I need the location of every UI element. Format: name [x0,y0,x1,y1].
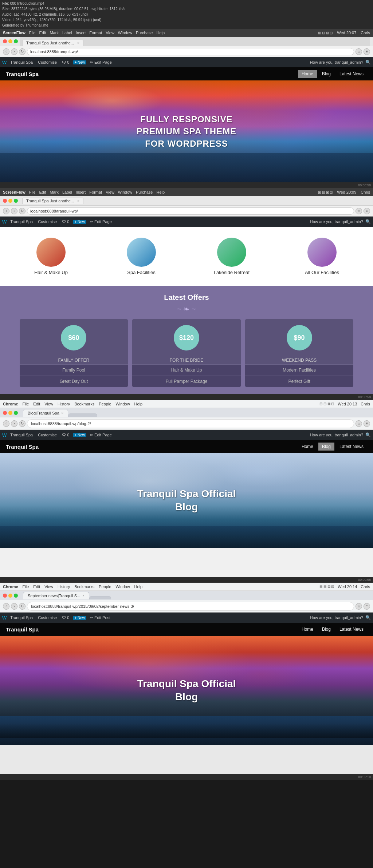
chrome-close-1[interactable] [3,411,7,415]
url-bar-2[interactable]: localhost:8888/tranquil-wp/ [27,207,354,215]
chrome-tab-inactive-1[interactable] [68,413,97,417]
close-btn-2[interactable] [3,199,7,203]
wp-new-2[interactable]: + New [73,220,86,224]
active-tab-1[interactable]: Tranquil Spa Just anothe... × [22,40,83,46]
wp-site-3[interactable]: Tranquil Spa [9,433,34,437]
offer-card-2[interactable]: $120 FOR THE BRIDE Hair & Make Up Full P… [132,319,241,387]
facility-item-1[interactable]: Hair & Make Up [11,238,91,275]
max-btn-2[interactable] [14,199,18,203]
wp-site-name-1[interactable]: Tranquil Spa [9,60,34,64]
chrome-url-1[interactable]: localhost:8888/tranquil-wp/blog-2/ [27,419,354,428]
chrome-window-2[interactable]: Window [115,584,130,589]
close-button-1[interactable] [3,39,7,43]
back-btn-2[interactable]: ‹ [3,208,9,214]
sf2-help[interactable]: Help [156,190,165,194]
chrome-url-2[interactable]: localhost:8888/tranquil-wp/2015/09/02/se… [27,602,354,611]
sf-menu-format[interactable]: Format [89,31,102,35]
sf-menu-window[interactable]: Window [118,31,132,35]
chrome-tab-close-2[interactable]: × [82,594,84,598]
wp-cust-2[interactable]: Customise [36,219,58,224]
sf2-format[interactable]: Format [89,190,102,194]
offer-card-3[interactable]: $90 WEEKEND PASS Modern Facilities Perfe… [245,319,354,387]
chrome-tab-close-1[interactable]: × [62,411,63,415]
sf-menu-mark[interactable]: Mark [50,31,58,35]
chrome-tab-active-2[interactable]: September news|Tranquil S... × [23,592,89,599]
chrome-tl-1[interactable] [3,411,18,415]
chrome-window-1[interactable]: Window [115,402,130,406]
chrome-help-1[interactable]: Help [134,402,143,406]
chrome-menu-btn-1[interactable]: ≡ [364,420,370,427]
chrome-bk-2[interactable]: ☆ [356,603,362,610]
chrome-people-1[interactable]: People [99,402,111,406]
chrome-max-2[interactable] [14,594,18,598]
wp-search-icon-2[interactable]: 🔍 [365,219,371,224]
tab-close-1[interactable]: × [77,41,79,45]
traffic-lights-2[interactable] [3,199,18,203]
chrome-max-1[interactable] [14,411,18,415]
chrome-edit-2[interactable]: Edit [33,584,40,589]
offer-card-1[interactable]: $60 FAMILY OFFER Family Pool Great Day O… [20,319,128,387]
st-btn-2[interactable]: ≡ [364,208,370,214]
chrome-tl-2[interactable] [3,594,18,598]
wp-site-2[interactable]: Tranquil Spa [9,219,34,224]
traffic-lights-1[interactable] [3,39,18,43]
sf-menu-help[interactable]: Help [156,31,165,35]
nav-latest-4[interactable]: Latest News [336,625,367,633]
sf2-window[interactable]: Window [118,190,132,194]
fwd-btn-2[interactable]: › [11,208,17,214]
chrome-tab-inactive-2[interactable] [89,596,111,599]
chrome-min-1[interactable] [8,411,12,415]
wp-new-4[interactable]: + New [73,616,86,620]
chrome-help-2[interactable]: Help [134,584,143,589]
min-btn-2[interactable] [8,199,12,203]
nav-blog-4[interactable]: Blog [318,625,334,633]
tab-2[interactable]: Tranquil Spa Just anothe... × [22,198,83,204]
chrome-file-1[interactable]: File [23,402,29,406]
chrome-view-2[interactable]: View [44,584,53,589]
nav-home-4[interactable]: Home [298,625,317,633]
refresh-btn-1[interactable]: ↻ [19,48,25,55]
bookmark-btn-1[interactable]: ☆ [356,48,362,55]
nav-home-1[interactable]: Home [298,70,317,78]
chrome-bookmarks-1[interactable]: Bookmarks [74,402,94,406]
nav-blog-3[interactable]: Blog [318,443,334,451]
wp-site-4[interactable]: Tranquil Spa [9,615,34,620]
wp-comments-1[interactable]: 🗨 0 [60,60,71,64]
sf2-label[interactable]: Label [62,190,72,194]
chrome-fwd-1[interactable]: › [11,420,17,427]
sf-menu-edit[interactable]: Edit [39,31,46,35]
sf-menu-view[interactable]: View [106,31,114,35]
sf2-file[interactable]: File [29,190,36,194]
wp-customise-1[interactable]: Customise [36,60,58,64]
wp-com-2[interactable]: 🗨 0 [60,219,71,224]
wp-com-3[interactable]: 🗨 0 [60,433,71,437]
wp-cust-4[interactable]: Customise [36,615,58,620]
chrome-view-1[interactable]: View [44,402,53,406]
chrome-fwd-2[interactable]: › [11,603,17,610]
chrome-history-1[interactable]: History [58,402,70,406]
bk-btn-2[interactable]: ☆ [356,208,362,214]
chrome-tab-active-1[interactable]: Blog|Tranquil Spa × [23,409,68,417]
wp-cust-3[interactable]: Customise [36,433,58,437]
wp-edit-4[interactable]: ✏ Edit Post [89,615,112,620]
chrome-min-2[interactable] [8,594,12,598]
sf2-edit[interactable]: Edit [39,190,46,194]
sf2-insert[interactable]: Insert [76,190,86,194]
wp-new-3[interactable]: + New [73,433,86,437]
settings-btn-1[interactable]: ≡ [364,48,370,55]
chrome-menu-btn-2[interactable]: ≡ [364,603,370,610]
sf-menu-insert[interactable]: Insert [76,31,86,35]
wp-new-btn-1[interactable]: + New [73,60,86,64]
back-btn-1[interactable]: ‹ [3,48,9,55]
chrome-bookmarks-2[interactable]: Bookmarks [74,584,94,589]
chrome-file-2[interactable]: File [23,584,29,589]
wp-edit-page-1[interactable]: ✏ Edit Page [89,60,113,65]
wp-search-icon-3[interactable]: 🔍 [365,432,371,437]
sf2-mark[interactable]: Mark [50,190,58,194]
chrome-close-2[interactable] [3,594,7,598]
sf-menu-file[interactable]: File [29,31,36,35]
sf2-view[interactable]: View [106,190,114,194]
sf-menu-label[interactable]: Label [62,31,72,35]
wp-edit-2[interactable]: ✏ Edit Page [89,219,113,224]
facility-item-2[interactable]: Spa Facilities [102,238,181,275]
